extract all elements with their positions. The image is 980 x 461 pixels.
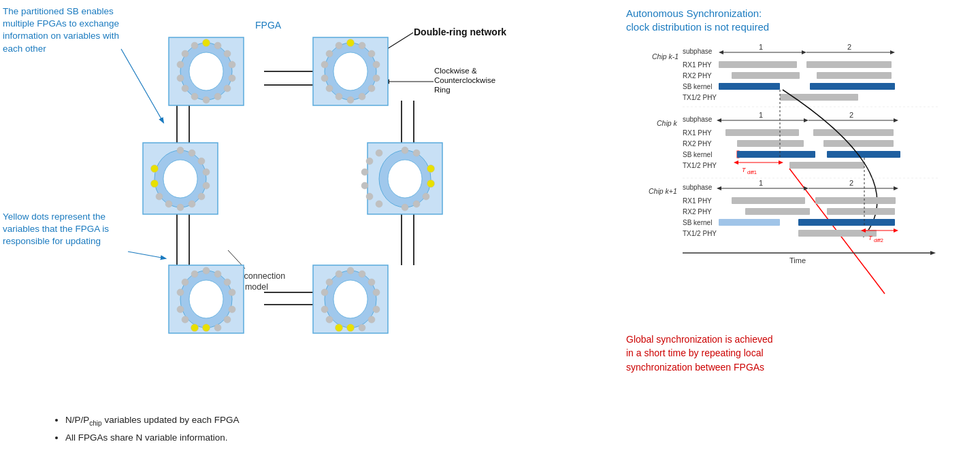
svg-text:Ring: Ring <box>434 86 451 94</box>
svg-rect-162 <box>827 151 900 158</box>
svg-point-111 <box>359 324 365 331</box>
svg-marker-151 <box>894 118 898 122</box>
svg-marker-181 <box>894 186 898 190</box>
svg-marker-177 <box>717 186 721 190</box>
bullet-item-1: N/P/Pchip variables updated by each FPGA <box>65 412 240 430</box>
svg-point-31 <box>229 75 235 82</box>
svg-point-112 <box>368 316 375 323</box>
svg-point-93 <box>203 324 210 332</box>
svg-point-36 <box>182 85 189 92</box>
svg-point-38 <box>177 61 184 68</box>
svg-text:RX2 PHY: RX2 PHY <box>683 140 712 148</box>
svg-text:2: 2 <box>849 179 853 187</box>
svg-point-119 <box>326 279 333 286</box>
svg-text:Chip k: Chip k <box>657 119 678 127</box>
svg-point-91 <box>189 280 223 318</box>
svg-point-37 <box>177 75 184 82</box>
svg-marker-148 <box>804 118 808 122</box>
svg-point-47 <box>373 61 380 68</box>
svg-point-39 <box>182 50 189 57</box>
svg-point-105 <box>182 316 189 323</box>
svg-point-86 <box>423 193 429 200</box>
svg-rect-164 <box>789 162 864 169</box>
svg-rect-188 <box>827 208 895 215</box>
svg-text:1: 1 <box>759 43 763 51</box>
svg-point-26 <box>189 52 223 90</box>
svg-marker-126 <box>802 50 806 54</box>
svg-text:Time: Time <box>789 256 806 264</box>
svg-point-104 <box>177 306 184 313</box>
svg-point-60 <box>163 160 197 198</box>
left-panel: The partitioned SB enables multiple FPGA… <box>0 0 626 461</box>
svg-rect-137 <box>817 72 892 79</box>
svg-rect-142 <box>780 94 858 101</box>
svg-text:RX1 PHY: RX1 PHY <box>683 129 712 137</box>
svg-point-65 <box>198 158 205 165</box>
svg-text:RX2 PHY: RX2 PHY <box>683 72 712 80</box>
svg-point-97 <box>229 289 235 296</box>
svg-point-110 <box>347 324 355 332</box>
svg-marker-201 <box>930 251 936 255</box>
svg-point-100 <box>203 267 210 274</box>
svg-point-55 <box>321 61 328 68</box>
svg-marker-147 <box>717 118 721 122</box>
svg-text:Clockwise &: Clockwise & <box>434 67 477 75</box>
svg-text:RX2 PHY: RX2 PHY <box>683 208 712 216</box>
svg-point-98 <box>224 279 231 286</box>
svg-text:subphase: subphase <box>683 116 713 123</box>
svg-point-45 <box>359 42 365 49</box>
fpga-diagram: FPGA Double-ring network Clockwise & Cou… <box>0 0 626 422</box>
svg-rect-136 <box>732 72 800 79</box>
svg-text:subphase: subphase <box>683 184 713 191</box>
svg-point-108 <box>333 280 368 318</box>
svg-point-48 <box>373 75 380 82</box>
svg-point-115 <box>368 279 375 286</box>
svg-point-52 <box>336 93 342 100</box>
svg-point-49 <box>368 85 375 92</box>
svg-point-35 <box>191 93 198 100</box>
svg-point-120 <box>321 289 328 296</box>
svg-text:TX1/2 PHY: TX1/2 PHY <box>683 162 717 169</box>
svg-rect-157 <box>737 140 804 147</box>
svg-point-75 <box>388 160 422 198</box>
svg-point-94 <box>214 324 221 331</box>
svg-point-109 <box>336 324 343 332</box>
svg-text:SB kernel: SB kernel <box>683 83 712 90</box>
svg-point-46 <box>368 50 375 57</box>
svg-rect-161 <box>737 151 815 158</box>
svg-point-80 <box>376 150 382 156</box>
svg-point-32 <box>224 85 231 92</box>
svg-point-114 <box>373 289 380 296</box>
svg-line-8 <box>128 252 165 258</box>
bullet-list: N/P/Pchip variables updated by each FPGA… <box>54 412 240 446</box>
svg-rect-190 <box>719 219 780 226</box>
svg-rect-155 <box>813 129 894 136</box>
svg-point-116 <box>359 271 365 277</box>
svg-point-79 <box>413 150 420 156</box>
svg-point-71 <box>165 201 172 207</box>
svg-point-64 <box>189 150 195 156</box>
svg-point-72 <box>156 193 163 200</box>
svg-marker-168 <box>734 160 738 165</box>
svg-point-66 <box>203 169 210 175</box>
svg-text:Chip k+1: Chip k+1 <box>649 187 677 195</box>
svg-point-118 <box>336 271 342 277</box>
global-sync-text: Global synchronization is achieved in a … <box>626 332 973 374</box>
svg-point-113 <box>373 306 380 313</box>
svg-text:FPGA: FPGA <box>255 20 282 31</box>
svg-point-34 <box>203 97 210 103</box>
svg-marker-131 <box>719 50 723 54</box>
svg-point-76 <box>427 165 435 173</box>
svg-point-82 <box>376 201 382 207</box>
svg-rect-134 <box>806 61 892 68</box>
svg-text:RX1 PHY: RX1 PHY <box>683 61 712 69</box>
svg-point-67 <box>203 182 210 189</box>
svg-text:Counterclockwise: Counterclockwise <box>434 76 495 84</box>
svg-point-117 <box>347 267 354 274</box>
svg-point-96 <box>229 306 235 313</box>
svg-text:1: 1 <box>759 111 763 119</box>
svg-point-57 <box>336 42 342 49</box>
timing-diagram: Chip k-1 subphase 1 2 RX1 PHY RX2 PHY SB… <box>626 39 960 324</box>
svg-marker-169 <box>779 160 783 165</box>
svg-point-33 <box>214 93 221 100</box>
